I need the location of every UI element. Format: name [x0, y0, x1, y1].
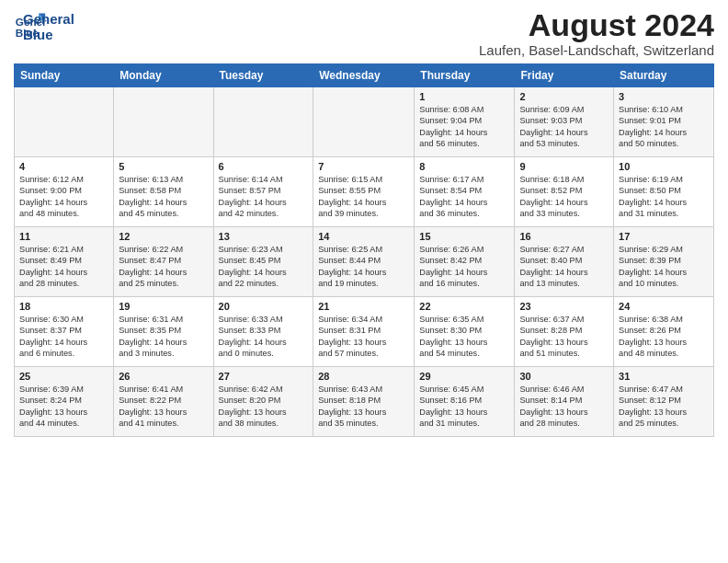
- calendar-cell: 22Sunrise: 6:35 AM Sunset: 8:30 PM Dayli…: [415, 297, 515, 367]
- day-info: Sunrise: 6:47 AM Sunset: 8:12 PM Dayligh…: [619, 384, 709, 430]
- day-info: Sunrise: 6:19 AM Sunset: 8:50 PM Dayligh…: [619, 174, 709, 220]
- calendar-cell: 30Sunrise: 6:46 AM Sunset: 8:14 PM Dayli…: [515, 367, 614, 437]
- day-number: 14: [318, 231, 409, 242]
- day-number: 11: [19, 231, 108, 242]
- calendar-cell: 13Sunrise: 6:23 AM Sunset: 8:45 PM Dayli…: [213, 227, 313, 297]
- day-number: 21: [318, 301, 409, 312]
- day-info: Sunrise: 6:23 AM Sunset: 8:45 PM Dayligh…: [219, 244, 309, 290]
- calendar-cell: 18Sunrise: 6:30 AM Sunset: 8:37 PM Dayli…: [15, 297, 114, 367]
- day-info: Sunrise: 6:33 AM Sunset: 8:33 PM Dayligh…: [219, 314, 309, 360]
- calendar-cell: 3Sunrise: 6:10 AM Sunset: 9:01 PM Daylig…: [614, 87, 714, 157]
- day-info: Sunrise: 6:14 AM Sunset: 8:57 PM Dayligh…: [219, 174, 309, 220]
- day-number: 1: [419, 91, 509, 102]
- day-number: 24: [619, 301, 709, 312]
- day-number: 25: [19, 371, 108, 382]
- day-header-sunday: Sunday: [15, 64, 114, 87]
- day-info: Sunrise: 6:42 AM Sunset: 8:20 PM Dayligh…: [219, 384, 309, 430]
- day-info: Sunrise: 6:41 AM Sunset: 8:22 PM Dayligh…: [119, 384, 208, 430]
- day-header-friday: Friday: [515, 64, 614, 87]
- week-row-1: 1Sunrise: 6:08 AM Sunset: 9:04 PM Daylig…: [15, 87, 714, 157]
- logo: General Blue General Blue: [14, 9, 74, 42]
- day-info: Sunrise: 6:12 AM Sunset: 9:00 PM Dayligh…: [19, 174, 108, 220]
- day-number: 18: [19, 301, 108, 312]
- day-number: 2: [519, 91, 609, 102]
- day-number: 8: [419, 161, 509, 172]
- day-number: 10: [619, 161, 709, 172]
- day-info: Sunrise: 6:30 AM Sunset: 8:37 PM Dayligh…: [19, 314, 108, 360]
- day-header-thursday: Thursday: [415, 64, 515, 87]
- day-info: Sunrise: 6:39 AM Sunset: 8:24 PM Dayligh…: [19, 384, 108, 430]
- day-number: 20: [219, 301, 309, 312]
- day-info: Sunrise: 6:21 AM Sunset: 8:49 PM Dayligh…: [19, 244, 108, 290]
- calendar-cell: 2Sunrise: 6:09 AM Sunset: 9:03 PM Daylig…: [515, 87, 614, 157]
- day-number: 15: [419, 231, 509, 242]
- calendar-cell: [313, 87, 415, 157]
- calendar-cell: 16Sunrise: 6:27 AM Sunset: 8:40 PM Dayli…: [515, 227, 614, 297]
- calendar-cell: 21Sunrise: 6:34 AM Sunset: 8:31 PM Dayli…: [313, 297, 415, 367]
- calendar-cell: 10Sunrise: 6:19 AM Sunset: 8:50 PM Dayli…: [614, 157, 714, 227]
- calendar-cell: 11Sunrise: 6:21 AM Sunset: 8:49 PM Dayli…: [15, 227, 114, 297]
- location-title: Laufen, Basel-Landschaft, Switzerland: [479, 42, 714, 58]
- calendar-cell: 31Sunrise: 6:47 AM Sunset: 8:12 PM Dayli…: [614, 367, 714, 437]
- day-header-saturday: Saturday: [614, 64, 714, 87]
- calendar-cell: 20Sunrise: 6:33 AM Sunset: 8:33 PM Dayli…: [213, 297, 313, 367]
- day-info: Sunrise: 6:18 AM Sunset: 8:52 PM Dayligh…: [519, 174, 609, 220]
- calendar-cell: 27Sunrise: 6:42 AM Sunset: 8:20 PM Dayli…: [213, 367, 313, 437]
- day-info: Sunrise: 6:26 AM Sunset: 8:42 PM Dayligh…: [419, 244, 509, 290]
- day-number: 6: [219, 161, 309, 172]
- calendar-cell: 19Sunrise: 6:31 AM Sunset: 8:35 PM Dayli…: [114, 297, 213, 367]
- day-info: Sunrise: 6:34 AM Sunset: 8:31 PM Dayligh…: [318, 314, 409, 360]
- week-row-4: 18Sunrise: 6:30 AM Sunset: 8:37 PM Dayli…: [15, 297, 714, 367]
- calendar-cell: 14Sunrise: 6:25 AM Sunset: 8:44 PM Dayli…: [313, 227, 415, 297]
- day-number: 5: [119, 161, 208, 172]
- day-header-tuesday: Tuesday: [213, 64, 313, 87]
- calendar-cell: [213, 87, 313, 157]
- day-number: 9: [519, 161, 609, 172]
- day-header-wednesday: Wednesday: [313, 64, 415, 87]
- calendar-cell: 23Sunrise: 6:37 AM Sunset: 8:28 PM Dayli…: [515, 297, 614, 367]
- day-info: Sunrise: 6:13 AM Sunset: 8:58 PM Dayligh…: [119, 174, 208, 220]
- calendar-cell: 4Sunrise: 6:12 AM Sunset: 9:00 PM Daylig…: [15, 157, 114, 227]
- day-info: Sunrise: 6:15 AM Sunset: 8:55 PM Dayligh…: [318, 174, 409, 220]
- header: General Blue General Blue August 2024 La…: [14, 9, 714, 58]
- calendar-cell: 24Sunrise: 6:38 AM Sunset: 8:26 PM Dayli…: [614, 297, 714, 367]
- day-info: Sunrise: 6:43 AM Sunset: 8:18 PM Dayligh…: [318, 384, 409, 430]
- day-number: 17: [619, 231, 709, 242]
- day-info: Sunrise: 6:17 AM Sunset: 8:54 PM Dayligh…: [419, 174, 509, 220]
- day-number: 13: [219, 231, 309, 242]
- calendar-cell: 1Sunrise: 6:08 AM Sunset: 9:04 PM Daylig…: [415, 87, 515, 157]
- day-info: Sunrise: 6:31 AM Sunset: 8:35 PM Dayligh…: [119, 314, 208, 360]
- calendar-table: SundayMondayTuesdayWednesdayThursdayFrid…: [14, 63, 714, 437]
- calendar-cell: 15Sunrise: 6:26 AM Sunset: 8:42 PM Dayli…: [415, 227, 515, 297]
- calendar-cell: [15, 87, 114, 157]
- calendar-cell: 5Sunrise: 6:13 AM Sunset: 8:58 PM Daylig…: [114, 157, 213, 227]
- title-block: August 2024 Laufen, Basel-Landschaft, Sw…: [479, 9, 714, 58]
- calendar-cell: 9Sunrise: 6:18 AM Sunset: 8:52 PM Daylig…: [515, 157, 614, 227]
- calendar-cell: 12Sunrise: 6:22 AM Sunset: 8:47 PM Dayli…: [114, 227, 213, 297]
- day-info: Sunrise: 6:10 AM Sunset: 9:01 PM Dayligh…: [619, 104, 709, 150]
- day-number: 16: [519, 231, 609, 242]
- calendar-cell: 8Sunrise: 6:17 AM Sunset: 8:54 PM Daylig…: [415, 157, 515, 227]
- calendar-cell: 7Sunrise: 6:15 AM Sunset: 8:55 PM Daylig…: [313, 157, 415, 227]
- calendar-cell: 26Sunrise: 6:41 AM Sunset: 8:22 PM Dayli…: [114, 367, 213, 437]
- day-info: Sunrise: 6:35 AM Sunset: 8:30 PM Dayligh…: [419, 314, 509, 360]
- calendar-cell: [114, 87, 213, 157]
- month-title: August 2024: [479, 9, 714, 40]
- week-row-3: 11Sunrise: 6:21 AM Sunset: 8:49 PM Dayli…: [15, 227, 714, 297]
- calendar-cell: 29Sunrise: 6:45 AM Sunset: 8:16 PM Dayli…: [415, 367, 515, 437]
- day-number: 7: [318, 161, 409, 172]
- logo-line1: General: [23, 11, 74, 27]
- day-info: Sunrise: 6:29 AM Sunset: 8:39 PM Dayligh…: [619, 244, 709, 290]
- logo-line2: Blue: [23, 27, 74, 42]
- day-info: Sunrise: 6:25 AM Sunset: 8:44 PM Dayligh…: [318, 244, 409, 290]
- day-info: Sunrise: 6:45 AM Sunset: 8:16 PM Dayligh…: [419, 384, 509, 430]
- day-header-monday: Monday: [114, 64, 213, 87]
- calendar-cell: 25Sunrise: 6:39 AM Sunset: 8:24 PM Dayli…: [15, 367, 114, 437]
- calendar-header-row: SundayMondayTuesdayWednesdayThursdayFrid…: [15, 64, 714, 87]
- day-number: 4: [19, 161, 108, 172]
- day-number: 26: [119, 371, 208, 382]
- day-number: 30: [519, 371, 609, 382]
- day-number: 27: [219, 371, 309, 382]
- day-info: Sunrise: 6:27 AM Sunset: 8:40 PM Dayligh…: [519, 244, 609, 290]
- week-row-5: 25Sunrise: 6:39 AM Sunset: 8:24 PM Dayli…: [15, 367, 714, 437]
